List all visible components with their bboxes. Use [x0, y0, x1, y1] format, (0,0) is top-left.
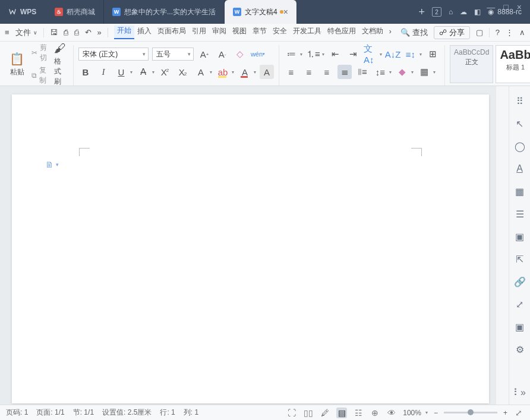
tab-doc1[interactable]: W 想象中的大学...实的大学生活 [104, 0, 225, 24]
settings-icon[interactable]: ▢ [476, 28, 483, 37]
tab-devtools[interactable]: 开发工具 [290, 26, 324, 39]
document-scroll[interactable]: 🗎 ▾ [0, 86, 496, 405]
snap-grid-button[interactable]: ⊞ [425, 47, 440, 61]
find-button[interactable]: 🔍 查找 [400, 27, 428, 38]
clear-format-button[interactable]: ◇ [233, 47, 247, 61]
subscript-button[interactable]: X2 [176, 65, 190, 79]
more-quick-icon[interactable]: » [97, 28, 102, 37]
number-list-button[interactable]: ⒈≡ [306, 47, 320, 61]
outline-view-icon[interactable]: ☷ [353, 408, 364, 418]
zoom-in-button[interactable]: + [503, 409, 507, 417]
bullet-list-button[interactable]: ≔ [284, 47, 298, 61]
font-color-button[interactable]: A [238, 65, 252, 79]
indent-decrease-button[interactable]: ⇤ [328, 47, 342, 61]
grip-icon[interactable]: ⠿ [513, 94, 526, 108]
undo-icon[interactable]: ↶ [85, 28, 92, 37]
indent-increase-button[interactable]: ⇥ [346, 47, 360, 61]
font-name-select[interactable]: 宋体 (正文)▾ [78, 48, 149, 61]
maximize-button[interactable]: □ [503, 2, 508, 12]
grow-font-button[interactable]: A+ [197, 47, 212, 61]
font-panel-icon[interactable]: A [513, 162, 526, 175]
web-view-icon[interactable]: ⊕ [370, 408, 380, 418]
tab-start[interactable]: 开始 [114, 26, 134, 39]
help-icon[interactable]: ? [496, 28, 500, 37]
gallery-icon[interactable]: ▣ [513, 230, 526, 243]
read-view-icon[interactable]: 🖉 [320, 408, 330, 418]
tab-view[interactable]: 视图 [229, 26, 250, 39]
paste-button[interactable]: 📋 粘贴 [7, 52, 27, 77]
collapse-ribbon-icon[interactable]: ∧ [519, 28, 525, 37]
style-normal[interactable]: AaBbCcDd 正文 [450, 45, 493, 83]
table-icon[interactable]: ▦ [513, 185, 526, 198]
tab-section[interactable]: 章节 [250, 26, 270, 39]
print-icon[interactable]: ⎙ [74, 28, 79, 37]
tab-reference[interactable]: 引用 [189, 26, 209, 39]
status-col[interactable]: 列: 1 [184, 408, 198, 418]
page-view-icon[interactable]: ▤ [336, 408, 347, 418]
style-heading-1[interactable]: AaBb 标题 1 [496, 45, 530, 83]
char-shading-button[interactable]: A [260, 65, 274, 79]
workspace-count[interactable]: 2 [432, 7, 441, 17]
status-setting[interactable]: 设置值: 2.5厘米 [102, 408, 152, 418]
line-height-button[interactable]: ↕≡ [373, 65, 387, 79]
text-direction-button[interactable]: 文A↕ [364, 47, 378, 61]
shrink-font-button[interactable]: A- [215, 47, 229, 61]
close-icon[interactable]: × [283, 7, 288, 17]
zoom-slider[interactable] [444, 412, 497, 413]
format-painter-button[interactable]: 🖌 格式刷 [52, 42, 68, 87]
borders-button[interactable]: ▦ [417, 65, 431, 79]
vertical-scrollbar[interactable] [496, 86, 503, 405]
line-spacing-button[interactable]: ≡↕ [403, 47, 418, 61]
zoom-value[interactable]: 100% [403, 409, 421, 417]
status-line[interactable]: 行: 1 [160, 408, 175, 418]
tab-insert[interactable]: 插入 [134, 26, 154, 39]
expand-icon[interactable]: ⤢ [513, 298, 526, 311]
save-icon[interactable]: 🖫 [50, 28, 58, 37]
shape-icon[interactable]: ◯ [513, 140, 526, 153]
status-page-number[interactable]: 页码: 1 [6, 408, 28, 418]
font-size-select[interactable]: 五号▾ [152, 48, 194, 61]
print-preview-icon[interactable]: ⎙̂ [64, 28, 68, 37]
cloud-icon[interactable]: ☁︎ [460, 8, 467, 16]
tab-review[interactable]: 审阅 [209, 26, 229, 39]
tab-special[interactable]: 特色应用 [324, 26, 359, 39]
status-page-of[interactable]: 页面: 1/1 [36, 408, 64, 418]
align-center-button[interactable]: ≡ [302, 65, 316, 79]
tab-security[interactable]: 安全 [270, 26, 290, 39]
sort-button[interactable]: A↓Z [386, 47, 400, 61]
tab-assistant[interactable]: 文档助 [359, 26, 386, 39]
eye-icon[interactable]: 👁 [386, 408, 397, 418]
more-menu-icon[interactable]: ⋮ [506, 28, 513, 37]
phonetic-button[interactable]: wén▾ [251, 47, 265, 61]
chevron-down-icon[interactable]: ▾ [425, 410, 428, 415]
underline-button[interactable]: U [114, 65, 128, 79]
zoom-thumb[interactable] [468, 409, 474, 415]
highlight-button[interactable]: ab [216, 65, 230, 79]
home-icon[interactable]: ⌂ [449, 8, 453, 16]
collapse-side-icon[interactable]: ⠇» [513, 386, 526, 399]
smart-tag[interactable]: 🗎 ▾ [45, 160, 59, 169]
copy-button[interactable]: ⧉ 复制 [31, 65, 47, 86]
text-effects-button[interactable]: A [194, 65, 208, 79]
file-menu[interactable]: 文件 ∨ [15, 27, 37, 38]
app-logo[interactable]: WPS [0, 0, 46, 24]
align-left-button[interactable]: ≡ [284, 65, 298, 79]
skin-icon[interactable]: ◧ [474, 8, 481, 16]
cursor-icon[interactable]: ↖ [513, 117, 526, 130]
distribute-button[interactable]: ⫴≡ [355, 65, 370, 79]
share-button[interactable]: ☍ 分享 [434, 26, 470, 39]
minimize-button[interactable]: — [487, 2, 495, 12]
italic-button[interactable]: I [96, 65, 111, 79]
align-justify-button[interactable]: ≣ [337, 65, 352, 79]
align-right-button[interactable]: ≡ [320, 65, 334, 79]
close-button[interactable]: × [517, 2, 522, 12]
tabs-overflow-icon[interactable]: › [386, 27, 395, 38]
tab-doc2-active[interactable]: W 文字文稿4 × [225, 0, 297, 24]
tab-page-layout[interactable]: 页面布局 [154, 26, 189, 39]
hamburger-icon[interactable]: ≡ [5, 28, 10, 37]
strikethrough-button[interactable]: A̶ [136, 65, 150, 79]
fullscreen-icon[interactable]: ⛶ [286, 408, 297, 418]
shading-button[interactable]: ◆ [395, 65, 409, 79]
superscript-button[interactable]: X2 [158, 65, 172, 79]
gear-icon[interactable]: ⚙ [513, 343, 526, 356]
